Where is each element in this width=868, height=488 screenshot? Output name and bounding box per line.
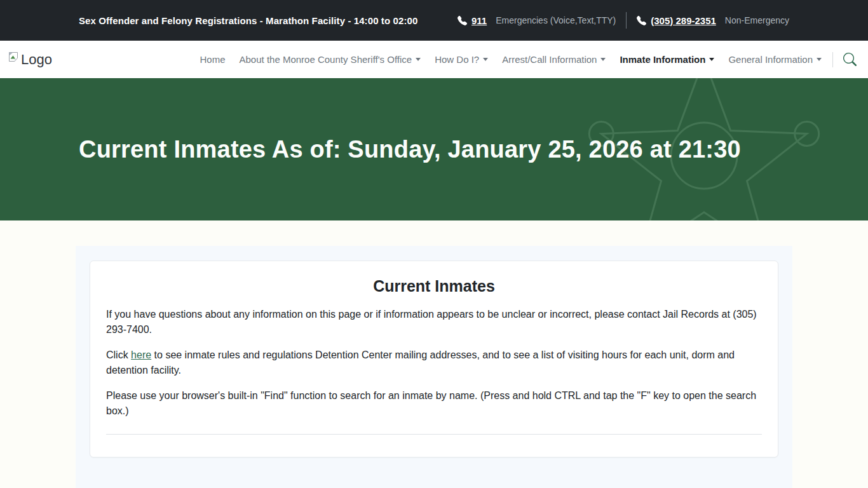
registration-announcement: Sex Offender and Felony Registrations - … <box>79 15 417 26</box>
chevron-down-icon <box>709 58 714 61</box>
here-link[interactable]: here <box>131 349 151 360</box>
non-emergency-label: Non-Emergency <box>725 15 789 25</box>
card-title: Current Inmates <box>106 277 762 295</box>
page-title: Current Inmates As of: Sunday, January 2… <box>79 136 789 163</box>
hero-banner: Current Inmates As of: Sunday, January 2… <box>0 78 868 220</box>
emergency-label: Emergencies (Voice,Text,TTY) <box>496 15 616 25</box>
search-icon <box>843 53 857 66</box>
navbar: Logo Home About the Monroe County Sherif… <box>0 41 868 78</box>
chevron-down-icon <box>817 58 822 61</box>
emergency-phone-link[interactable]: 911 Emergencies (Voice,Text,TTY) <box>458 15 616 26</box>
logo-alt-text: Logo <box>21 53 52 68</box>
nav-item-inmate-information[interactable]: Inmate Information <box>613 48 721 71</box>
phone-contact-group: 911 Emergencies (Voice,Text,TTY) (305) 2… <box>458 12 789 29</box>
content-section: Current Inmates If you have questions ab… <box>76 246 792 488</box>
emergency-number: 911 <box>471 15 487 26</box>
current-inmates-card: Current Inmates If you have questions ab… <box>90 261 778 458</box>
nav-item-about[interactable]: About the Monroe County Sheriff's Office <box>233 48 428 71</box>
search-button[interactable] <box>839 50 860 69</box>
logo-link[interactable]: Logo <box>8 51 52 68</box>
broken-image-icon <box>8 51 20 62</box>
phone-icon <box>637 16 646 25</box>
non-emergency-phone-link[interactable]: (305) 289-2351 Non-Emergency <box>637 15 789 26</box>
nav-item-general-information[interactable]: General Information <box>721 48 829 71</box>
non-emergency-number: (305) 289-2351 <box>651 15 716 26</box>
main-nav: Home About the Monroe County Sheriff's O… <box>193 48 861 71</box>
chevron-down-icon <box>600 58 606 61</box>
find-function-paragraph: Please use your browser's built-in "Find… <box>106 388 762 419</box>
phone-icon <box>458 16 467 25</box>
nav-item-home[interactable]: Home <box>193 48 233 71</box>
jail-records-contact-paragraph: If you have questions about any informat… <box>106 307 762 337</box>
nav-divider <box>832 52 833 67</box>
section-divider <box>106 434 762 435</box>
visiting-hours-paragraph: Click here to see inmate rules and regul… <box>106 348 762 378</box>
top-bar: Sex Offender and Felony Registrations - … <box>0 0 868 41</box>
nav-item-how-do-i[interactable]: How Do I? <box>428 48 495 71</box>
top-bar-divider <box>626 12 627 29</box>
chevron-down-icon <box>483 58 488 61</box>
chevron-down-icon <box>416 58 421 61</box>
nav-item-arrest-call-information[interactable]: Arrest/Call Information <box>495 48 613 71</box>
